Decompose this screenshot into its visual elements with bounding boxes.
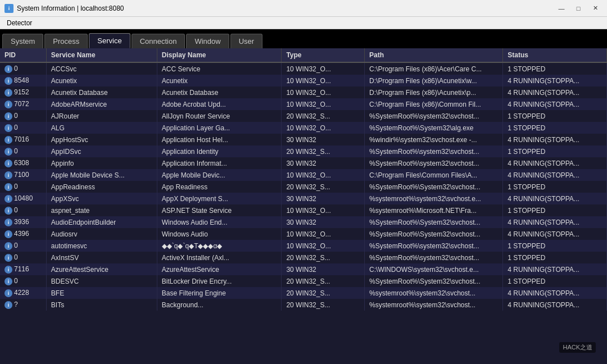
tab-connection[interactable]: Connection [132,34,185,48]
cell-service-name: Acunetix Database [46,87,157,98]
cell-display-name: Background... [157,299,282,311]
cell-pid: i7100 [0,169,46,181]
cell-path: %SystemRoot%\System32\svchost... [365,275,503,287]
table-row[interactable]: i10480AppXSvcAppX Deployment S...30 WIN3… [0,193,607,204]
cell-type: 20 WIN32_S... [282,275,365,287]
cell-status: 1 STOPPED [503,204,607,216]
info-icon: i [4,89,12,97]
table-row[interactable]: i4228BFEBase Filtering Engine20 WIN32_S.… [0,287,607,299]
col-path: Path [365,48,503,62]
cell-type: 30 WIN32 [282,263,365,275]
cell-pid: i7016 [0,134,46,145]
cell-path: %systemroot%\system32\svchost.e... [365,193,503,204]
cell-display-name: ACC Service [157,62,282,75]
table-row[interactable]: i0aspnet_stateASP.NET State Service10 WI… [0,204,607,216]
maximize-button[interactable]: □ [571,3,586,14]
table-row[interactable]: i3936AudioEndpointBuilderWindows Audio E… [0,216,607,228]
info-icon: i [4,289,12,297]
cell-type: 20 WIN32_S... [282,145,365,157]
table-row[interactable]: i7116AzureAttestServiceAzureAttestServic… [0,263,607,275]
cell-display-name: AllJoyn Router Service [157,110,282,122]
cell-path: %SystemRoot%\system32\svchost... [365,157,503,169]
table-row[interactable]: i0ACCSvcACC Service10 WIN32_O...C:\Progr… [0,62,607,75]
table-row[interactable]: i0AJRouterAllJoyn Router Service20 WIN32… [0,110,607,122]
cell-service-name: AppReadiness [46,181,157,193]
cell-type: 30 WIN32 [282,216,365,228]
cell-status: 1 STOPPED [503,275,607,287]
service-table-container: PID Service Name Display Name Type Path … [0,48,607,364]
cell-display-name: Application Host Hel... [157,134,282,145]
table-row[interactable]: i7100Apple Mobile Device S...Apple Mobil… [0,169,607,181]
cell-pid: i8548 [0,75,46,87]
table-row[interactable]: i8548AcunetixAcunetix10 WIN32_O...D:\Pro… [0,75,607,87]
cell-type: 20 WIN32_S... [282,110,365,122]
cell-type: 10 WIN32_O... [282,228,365,240]
cell-type: 20 WIN32_S... [282,181,365,193]
cell-type: 10 WIN32_O... [282,240,365,252]
table-row[interactable]: i7072AdobeARMserviceAdobe Acrobat Upd...… [0,98,607,110]
cell-service-name: AzureAttestService [46,263,157,275]
table-row[interactable]: i9152Acunetix DatabaseAcunetix Database1… [0,87,607,98]
cell-status: 1 STOPPED [503,252,607,263]
cell-display-name: ◆◆`q◆`q◆T◆◆◆α◆ [157,240,282,252]
table-row[interactable]: i0autotimesvc◆◆`q◆`q◆T◆◆◆α◆10 WIN32_O...… [0,240,607,252]
cell-display-name: BitLocker Drive Encry... [157,275,282,287]
table-row[interactable]: i0AxInstSVActiveX Installer (Axl...20 WI… [0,252,607,263]
close-button[interactable]: ✕ [588,3,603,14]
cell-pid: i0 [0,240,46,252]
cell-type: 20 WIN32_S... [282,287,365,299]
table-row[interactable]: i0BDESVCBitLocker Drive Encry...20 WIN32… [0,275,607,287]
cell-pid: i7116 [0,263,46,275]
table-row[interactable]: i7016AppHostSvcApplication Host Hel...30… [0,134,607,145]
cell-status: 4 RUNNING(STOPPA... [503,134,607,145]
cell-path: C:\WINDOWS\system32\svchost.e... [365,263,503,275]
cell-display-name: Base Filtering Engine [157,287,282,299]
menu-bar: Detector [0,17,607,29]
cell-service-name: BFE [46,287,157,299]
cell-path: %systemroot%\system32\svchost... [365,299,503,311]
cell-service-name: AJRouter [46,110,157,122]
cell-service-name: autotimesvc [46,240,157,252]
cell-service-name: Acunetix [46,75,157,87]
service-table: PID Service Name Display Name Type Path … [0,48,607,311]
table-header-row: PID Service Name Display Name Type Path … [0,48,607,62]
info-icon: i [4,171,12,179]
menu-item-detector[interactable]: Detector [2,18,37,28]
info-icon: i [4,183,12,191]
app-icon: i [4,4,13,13]
cell-status: 4 RUNNING(STOPPA... [503,299,607,311]
title-bar: i System Information | localhost:8080 — … [0,0,607,17]
tab-user[interactable]: User [230,34,262,48]
cell-path: %SystemRoot%\System32\svchost... [365,181,503,193]
cell-display-name: Application Informat... [157,157,282,169]
info-icon: i [4,101,12,108]
col-pid: PID [0,48,46,62]
cell-status: 4 RUNNING(STOPPA... [503,263,607,275]
table-row[interactable]: i?BITsBackground...20 WIN32_S...%systemr… [0,299,607,311]
tab-window[interactable]: Window [186,34,229,48]
table-row[interactable]: i0AppIDSvcApplication Identity20 WIN32_S… [0,145,607,157]
cell-path: %SystemRoot%\System32\alg.exe [365,122,503,134]
info-icon: i [4,277,12,285]
info-icon: i [4,301,12,309]
table-row[interactable]: i0AppReadinessApp Readiness20 WIN32_S...… [0,181,607,193]
minimize-button[interactable]: — [554,3,569,14]
table-row[interactable]: i4396AudiosrvWindows Audio10 WIN32_O...%… [0,228,607,240]
cell-status: 4 RUNNING(STOPPA... [503,216,607,228]
cell-display-name: Acunetix Database [157,87,282,98]
tab-system[interactable]: System [2,34,43,48]
tab-bar: System Process Service Connection Window… [0,29,607,48]
cell-service-name: AxInstSV [46,252,157,263]
table-row[interactable]: i0ALGApplication Layer Ga...10 WIN32_O..… [0,122,607,134]
table-row[interactable]: i6308AppinfoApplication Informat...30 WI… [0,157,607,169]
cell-display-name: Acunetix [157,75,282,87]
cell-pid: i0 [0,62,46,75]
tab-service[interactable]: Service [89,33,130,48]
cell-status: 1 STOPPED [503,181,607,193]
cell-path: %SystemRoot%\system32\svchost... [365,252,503,263]
tab-process[interactable]: Process [44,34,88,48]
cell-status: 4 RUNNING(STOPPA... [503,157,607,169]
cell-pid: i0 [0,275,46,287]
cell-display-name: Apple Mobile Devic... [157,169,282,181]
cell-path: C:\Program Files (x86)\Common Fil... [365,98,503,110]
